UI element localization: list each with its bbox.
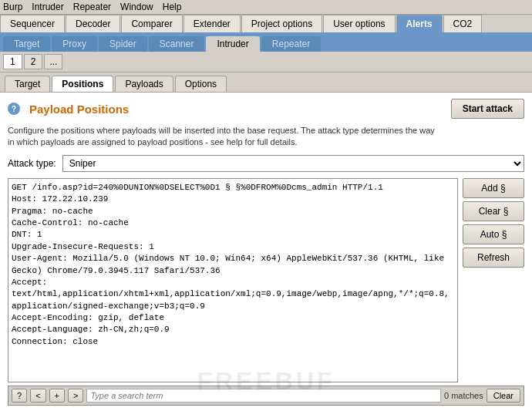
menu-window[interactable]: Window (120, 2, 153, 12)
tab-user-options[interactable]: User options (323, 15, 395, 32)
request-textarea[interactable] (8, 178, 458, 382)
description-line2: in which payloads are assigned to payloa… (8, 137, 297, 147)
section-header: ? Payload Positions Start attack (8, 99, 524, 119)
search-prev-button[interactable]: < (30, 389, 45, 403)
tool-tab-proxy[interactable]: Proxy (52, 36, 97, 52)
tool-tab-spider[interactable]: Spider (99, 36, 147, 52)
number-tab-2[interactable]: 2 (24, 54, 43, 69)
tool-tab-intruder[interactable]: Intruder (206, 36, 259, 52)
attack-type-select[interactable]: Sniper (62, 155, 524, 172)
tab-co2[interactable]: CO2 (443, 15, 483, 32)
tab-project-options[interactable]: Project options (241, 15, 322, 32)
section-tab-positions[interactable]: Positions (52, 76, 113, 92)
tool-tab-repeater[interactable]: Repeater (261, 36, 321, 52)
menu-bar: Burp Intruder Repeater Window Help (0, 0, 532, 15)
section-tab-target[interactable]: Target (5, 76, 50, 92)
start-attack-button[interactable]: Start attack (451, 99, 524, 119)
search-help-button[interactable]: ? (12, 389, 27, 403)
section-tabs: Target Positions Payloads Options (0, 72, 532, 93)
number-tab-ellipsis[interactable]: ... (44, 54, 62, 69)
main-content: ? Payload Positions Start attack Configu… (0, 93, 532, 411)
menu-burp[interactable]: Burp (3, 2, 22, 12)
section-tab-options[interactable]: Options (175, 76, 227, 92)
attack-type-row: Attack type: Sniper (8, 155, 524, 172)
section-tab-payloads[interactable]: Payloads (115, 76, 173, 92)
description: Configure the positions where payloads w… (8, 125, 524, 149)
menu-repeater[interactable]: Repeater (73, 2, 111, 12)
top-tabs: Sequencer Decoder Comparer Extender Proj… (0, 15, 532, 34)
menu-intruder[interactable]: Intruder (32, 2, 63, 12)
request-buttons: Add § Clear § Auto § Refresh (463, 178, 524, 382)
attack-type-label: Attack type: (8, 158, 56, 169)
description-line1: Configure the positions where payloads w… (8, 126, 435, 135)
tab-decoder[interactable]: Decoder (66, 15, 120, 32)
search-bar: ? < + > 0 matches Clear (8, 386, 524, 406)
matches-label: 0 matches (444, 391, 483, 400)
search-next-button[interactable]: + (49, 389, 65, 403)
menu-help[interactable]: Help (163, 2, 182, 12)
auto-section-button[interactable]: Auto § (463, 224, 524, 244)
section-title: Payload Positions (29, 103, 129, 116)
tool-tab-scanner[interactable]: Scanner (149, 36, 205, 52)
refresh-button[interactable]: Refresh (463, 248, 524, 268)
search-options-button[interactable]: > (68, 389, 83, 403)
search-input[interactable] (86, 389, 441, 403)
number-tabs: 1 2 ... (0, 52, 532, 72)
tool-tab-target[interactable]: Target (3, 36, 50, 52)
tab-alerts[interactable]: Alerts (396, 15, 443, 32)
clear-search-button[interactable]: Clear (487, 389, 520, 403)
add-section-button[interactable]: Add § (463, 178, 524, 198)
help-icon[interactable]: ? (8, 103, 20, 115)
tab-sequencer[interactable]: Sequencer (0, 15, 65, 32)
clear-section-button[interactable]: Clear § (463, 201, 524, 221)
request-area: Add § Clear § Auto § Refresh (8, 178, 524, 382)
number-tab-1[interactable]: 1 (3, 54, 22, 69)
tab-comparer[interactable]: Comparer (121, 15, 182, 32)
tab-extender[interactable]: Extender (184, 15, 241, 32)
tool-tabs: Target Proxy Spider Scanner Intruder Rep… (0, 34, 532, 52)
